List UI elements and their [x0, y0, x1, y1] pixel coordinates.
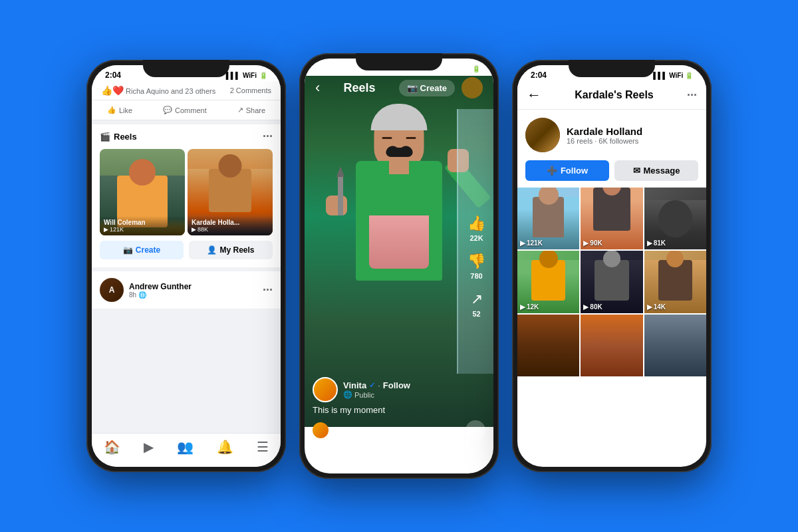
- nav-home-button[interactable]: 🏠: [104, 439, 120, 455]
- comments-count: 2 Comments: [230, 86, 271, 94]
- bottom-nav: 🏠 ▶ 👥 🔔 ☰: [92, 433, 281, 467]
- reel-1[interactable]: Will Coleman ▶ 121K: [100, 149, 185, 235]
- play-icon-g1: ▶: [520, 239, 525, 247]
- reels-action-row: 📷 Create 👤 My Reels: [92, 235, 281, 262]
- comment-input[interactable]: Add Comment...: [313, 455, 485, 464]
- profile-name: Kardale Holland: [567, 126, 642, 137]
- create-button[interactable]: 📷 Create: [399, 80, 455, 96]
- create-label-2: Create: [420, 83, 447, 93]
- follow-button[interactable]: ➕ Follow: [525, 160, 609, 181]
- reactions-text: Richa Aquino and 23 others: [126, 87, 215, 95]
- phone-1-time: 2:04: [105, 70, 121, 80]
- reel-bottom-info: Vinita ✓ · Follow 🌐 Public This is my mo…: [305, 377, 493, 440]
- phone-2-time: 2:04: [318, 64, 334, 73]
- grid-item-5[interactable]: ▶ 80K: [581, 251, 642, 313]
- person-circle-icon: 👤: [207, 245, 217, 255]
- back-button-p3[interactable]: ←: [527, 86, 541, 104]
- grid-item-9[interactable]: [644, 315, 706, 376]
- grid-item-6[interactable]: ▶ 14K: [644, 251, 706, 313]
- grid-item-4[interactable]: ▶ 12K: [517, 251, 579, 313]
- post-preview: A Andrew Gunther 8h 🌐 ···: [92, 271, 281, 309]
- phone-3-screen: 2:04 ▌▌▌ WiFi 🔋 ← Kardale's Reels ··· Ka…: [517, 65, 706, 467]
- play-icon-g6: ▶: [647, 303, 652, 311]
- header-right-actions: 📷 Create: [399, 77, 483, 98]
- follow-icon: ➕: [547, 166, 557, 176]
- phone-3-header: ← Kardale's Reels ···: [517, 81, 706, 110]
- my-reels-button[interactable]: 👤 My Reels: [189, 241, 273, 259]
- reel-user-avatar[interactable]: [313, 377, 338, 402]
- person-hair: [371, 104, 428, 130]
- globe-icon: 🌐: [138, 291, 146, 299]
- play-icon: ▶: [104, 226, 108, 233]
- reel-music-row: Vinita · Original ···: [313, 420, 485, 440]
- like-button[interactable]: 👍 Like: [102, 103, 138, 117]
- nav-people-button[interactable]: 👥: [177, 439, 194, 455]
- grid-item-8[interactable]: [581, 315, 642, 376]
- globe-icon-2: 🌐: [343, 390, 352, 399]
- dot-separator: ·: [378, 380, 380, 390]
- reel-username: Vinita ✓ · Follow: [343, 380, 485, 390]
- play-icon-g2: ▶: [583, 239, 589, 247]
- nav-menu-button[interactable]: ☰: [257, 439, 269, 455]
- post-more-button[interactable]: ···: [263, 283, 273, 297]
- play-icon-2: ▶: [192, 226, 196, 233]
- profile-info: Kardale Holland 16 reels · 6K followers: [517, 110, 706, 160]
- grid-item-3[interactable]: ▶ 81K: [644, 188, 706, 249]
- avatar-initial: A: [109, 285, 115, 295]
- reel-user-row: Vinita ✓ · Follow 🌐 Public: [313, 377, 485, 402]
- phone-1-status-icons: ▌▌▌ WiFi 🔋: [226, 72, 267, 79]
- user-avatar-header[interactable]: [462, 77, 483, 98]
- share-count: 52: [472, 310, 480, 318]
- phone-2-header: ‹ Reels 📷 Create: [305, 77, 493, 98]
- share-icon: ↗: [237, 106, 243, 114]
- comment-button[interactable]: 💬 Comment: [158, 103, 212, 117]
- grid-item-2[interactable]: ▶ 90K: [581, 188, 642, 249]
- reels-header: 🎬 Reels ···: [92, 130, 281, 149]
- phone-1-screen: 2:04 ▌▌▌ WiFi 🔋 👍❤️ Richa Aquino and 23 …: [92, 65, 281, 467]
- person-hand-left: [326, 196, 347, 215]
- share-action[interactable]: ↗ 52: [471, 291, 483, 318]
- grid-item-1[interactable]: ▶ 121K: [517, 188, 579, 249]
- nav-video-button[interactable]: ▶: [144, 439, 154, 455]
- dislike-icon-reel: 👎: [467, 253, 485, 270]
- follow-btn-reel[interactable]: Follow: [383, 380, 410, 390]
- message-button[interactable]: ✉ Message: [614, 160, 698, 181]
- reel-actions-right: 👍 22K 👎 780 ↗ 52: [467, 215, 485, 318]
- reels-more-button[interactable]: ···: [263, 130, 273, 144]
- username-text: Vinita: [343, 380, 366, 390]
- reel-1-name: Will Coleman: [104, 219, 181, 226]
- reel-1-views: ▶ 121K: [104, 226, 181, 233]
- music-avatar: [313, 422, 329, 438]
- nav-bell-button[interactable]: 🔔: [217, 439, 233, 455]
- home-indicator: [372, 467, 426, 469]
- like-label: Like: [119, 106, 132, 114]
- reel-2-overlay: Kardale Holla... ▶ 88K: [188, 216, 273, 235]
- grid-item-7[interactable]: [517, 315, 579, 376]
- message-label: Message: [644, 166, 680, 176]
- back-button[interactable]: ‹: [315, 79, 320, 96]
- verified-badge: ✓: [369, 381, 375, 390]
- phone-2-screen: 2:04 ▌▌▌ WiFi 🔋 ‹ Reels 📷 Create 👍: [305, 59, 493, 473]
- phone-1-notch: [143, 60, 229, 77]
- reels-profile-grid: ▶ 121K ▶ 90K: [517, 188, 706, 376]
- grid-item-2-views: ▶ 90K: [583, 239, 602, 247]
- create-label: Create: [136, 245, 160, 255]
- grid-item-4-views: ▶ 12K: [520, 303, 539, 311]
- phones-container: 2:04 ▌▌▌ WiFi 🔋 👍❤️ Richa Aquino and 23 …: [0, 0, 798, 532]
- more-options-button[interactable]: ···: [466, 420, 485, 440]
- play-icon-g5: ▶: [583, 303, 589, 311]
- follow-label: Follow: [561, 166, 588, 176]
- reel-person: [332, 109, 466, 322]
- profile-more-button[interactable]: ···: [687, 88, 697, 102]
- share-button[interactable]: ↗ Share: [232, 103, 271, 117]
- profile-avatar: [525, 118, 560, 152]
- phone-2: 2:04 ▌▌▌ WiFi 🔋 ‹ Reels 📷 Create 👍: [299, 53, 499, 479]
- reel-2[interactable]: Kardale Holla... ▶ 88K: [188, 149, 273, 235]
- create-reel-button[interactable]: 📷 Create: [100, 241, 184, 259]
- phone-3: 2:04 ▌▌▌ WiFi 🔋 ← Kardale's Reels ··· Ka…: [512, 60, 712, 472]
- grid-item-6-views: ▶ 14K: [647, 303, 666, 311]
- dislike-action[interactable]: 👎 780: [467, 253, 485, 280]
- like-action[interactable]: 👍 22K: [467, 215, 485, 242]
- reaction-row: 👍❤️ Richa Aquino and 23 others 2 Comment…: [92, 81, 281, 100]
- reactions-info: 👍❤️ Richa Aquino and 23 others: [101, 85, 215, 96]
